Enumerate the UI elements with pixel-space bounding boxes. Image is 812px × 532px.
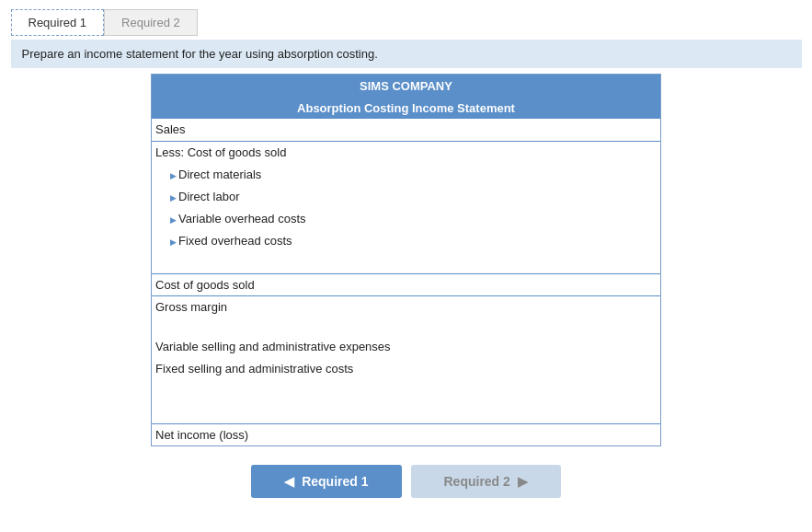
- income-statement-table: SIMS COMPANY Absorption Costing Income S…: [151, 74, 661, 446]
- sales-mid-cell[interactable]: [417, 119, 539, 141]
- direct-materials-input[interactable]: [420, 168, 535, 181]
- table-row: [152, 379, 660, 401]
- subtotal2-mid-cell[interactable]: [417, 379, 539, 401]
- row-label-fixed-selling: Fixed selling and administrative costs: [152, 357, 417, 379]
- subtotal-right-empty: [538, 251, 660, 273]
- table-subtitle: Absorption Costing Income Statement: [152, 98, 660, 119]
- total-exp-mid-empty: [417, 401, 539, 423]
- direct-materials-mid-cell[interactable]: [417, 163, 539, 185]
- direct-labor-right-empty: [538, 185, 660, 207]
- subtotal-mid-cell[interactable]: [417, 251, 539, 273]
- variable-overhead-input[interactable]: [420, 212, 535, 226]
- gross-margin-right-cell[interactable]: [538, 295, 660, 318]
- direct-labor-input[interactable]: [420, 190, 535, 203]
- row-label-var-selling: Variable selling and administrative expe…: [152, 335, 417, 357]
- next-required2-button[interactable]: Required 2 ▶: [411, 465, 561, 498]
- cogs-total-right-cell[interactable]: [538, 273, 660, 295]
- row-label-direct-labor: Direct labor: [152, 185, 417, 207]
- fixed-overhead-right-empty: [538, 229, 660, 251]
- sales-right-input[interactable]: [542, 122, 657, 136]
- cogs-mid-empty: [417, 141, 539, 163]
- subtotal-label-empty: [152, 251, 417, 273]
- row-label-gross-margin: Gross margin: [152, 295, 417, 318]
- row-label-net-income: Net income (loss): [152, 423, 417, 445]
- row-label-variable-overhead: Variable overhead costs: [152, 207, 417, 229]
- var-selling-mid-cell[interactable]: [417, 335, 539, 357]
- instruction-text: Prepare an income statement for the year…: [22, 47, 378, 61]
- row-label-fixed-overhead: Fixed overhead costs: [152, 229, 417, 251]
- tabs: Required 1 Required 2: [11, 9, 802, 36]
- cogs-total-right-input[interactable]: [542, 278, 657, 292]
- spacer-row: [152, 318, 660, 335]
- subtotal2-label-empty: [152, 379, 417, 401]
- fixed-selling-input[interactable]: [420, 362, 535, 376]
- table-row: Direct materials: [152, 163, 660, 185]
- table-row: Gross margin: [152, 295, 660, 318]
- table-row: Cost of goods sold: [152, 273, 660, 295]
- page-wrapper: Required 1 Required 2 Prepare an income …: [11, 9, 802, 498]
- table-row: [152, 401, 660, 423]
- tab-required2[interactable]: Required 2: [104, 9, 198, 36]
- prev-required1-button[interactable]: ◀ Required 1: [251, 465, 401, 498]
- total-exp-right-cell[interactable]: [538, 401, 660, 423]
- req1-btn-label: Required 1: [302, 474, 368, 489]
- variable-overhead-right-empty: [538, 207, 660, 229]
- company-name: SIMS COMPANY: [152, 75, 660, 98]
- fixed-overhead-input[interactable]: [420, 234, 535, 248]
- spacer-mid-input[interactable]: [420, 319, 535, 333]
- subtotal2-right-empty: [538, 379, 660, 401]
- table-row: Variable overhead costs: [152, 207, 660, 229]
- table-row: Less: Cost of goods sold: [152, 141, 660, 163]
- variable-overhead-mid-cell[interactable]: [417, 207, 539, 229]
- tab-required1[interactable]: Required 1: [11, 9, 105, 36]
- fixed-selling-mid-cell[interactable]: [417, 357, 539, 379]
- instruction-bar: Prepare an income statement for the year…: [11, 40, 802, 68]
- table-row: Sales: [152, 119, 660, 141]
- row-label-direct-materials: Direct materials: [152, 163, 417, 185]
- direct-materials-right-empty: [538, 163, 660, 185]
- var-selling-right-empty: [538, 335, 660, 357]
- total-exp-label-empty: [152, 401, 417, 423]
- table-row: Variable selling and administrative expe…: [152, 335, 660, 357]
- net-income-right-cell[interactable]: [538, 423, 660, 445]
- next-icon: ▶: [518, 474, 528, 489]
- table-row: Direct labor: [152, 185, 660, 207]
- subtotal-mid-input[interactable]: [420, 255, 535, 269]
- fixed-selling-right-empty: [538, 357, 660, 379]
- table-row: [152, 251, 660, 273]
- table-row: Fixed selling and administrative costs: [152, 357, 660, 379]
- spacer-label: [152, 318, 417, 335]
- net-income-mid-empty: [417, 423, 539, 445]
- req2-btn-label: Required 2: [444, 474, 510, 489]
- cogs-total-mid-empty: [417, 273, 539, 295]
- subtotal2-mid-input[interactable]: [420, 384, 535, 398]
- cogs-right-empty: [538, 141, 660, 163]
- nav-buttons: ◀ Required 1 Required 2 ▶: [11, 465, 802, 498]
- sales-mid-input[interactable]: [420, 122, 535, 136]
- spacer-right-empty: [538, 318, 660, 335]
- table-row: Net income (loss): [152, 423, 660, 445]
- direct-labor-mid-cell[interactable]: [417, 185, 539, 207]
- row-label-sales: Sales: [152, 119, 417, 141]
- row-label-less-cogs: Less: Cost of goods sold: [152, 141, 417, 163]
- row-label-cogs-total: Cost of goods sold: [152, 273, 417, 295]
- fixed-overhead-mid-cell[interactable]: [417, 229, 539, 251]
- gross-margin-mid-empty: [417, 295, 539, 318]
- sales-right-cell[interactable]: [538, 119, 660, 141]
- prev-icon: ◀: [284, 474, 294, 489]
- total-exp-right-input[interactable]: [542, 405, 657, 419]
- var-selling-input[interactable]: [420, 340, 535, 353]
- gross-margin-right-input[interactable]: [542, 300, 657, 314]
- net-income-right-input[interactable]: [542, 428, 657, 442]
- table-row: Fixed overhead costs: [152, 229, 660, 251]
- spacer-mid-cell[interactable]: [417, 318, 539, 335]
- income-table: Sales Less: Cost of goods sold Direct ma…: [152, 119, 660, 445]
